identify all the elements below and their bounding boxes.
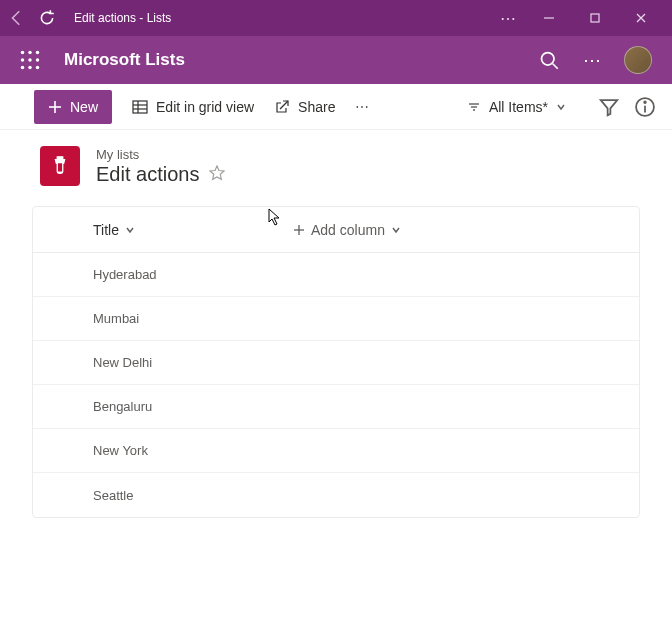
svg-point-12 — [36, 66, 40, 70]
list-header: My lists Edit actions — [0, 130, 672, 206]
mouse-cursor-icon — [268, 208, 282, 230]
share-label: Share — [298, 99, 335, 115]
svg-point-7 — [21, 58, 25, 62]
list-row[interactable]: Mumbai — [33, 297, 639, 341]
svg-point-6 — [36, 51, 40, 55]
command-overflow-icon[interactable]: ⋯ — [355, 99, 369, 115]
new-button[interactable]: New — [34, 90, 112, 124]
close-button[interactable] — [618, 0, 664, 36]
refresh-icon[interactable] — [38, 9, 56, 27]
list-title: Edit actions — [96, 163, 199, 186]
list-panel: Title Add column Hyderabad Mumbai New De… — [32, 206, 640, 518]
favorite-star-icon[interactable] — [209, 163, 225, 186]
minimize-button[interactable] — [526, 0, 572, 36]
user-avatar[interactable] — [624, 46, 652, 74]
chevron-down-icon — [125, 225, 135, 235]
chevron-down-icon — [391, 225, 401, 235]
list-row[interactable]: Hyderabad — [33, 253, 639, 297]
view-selector[interactable]: All Items* — [467, 99, 566, 115]
list-row[interactable]: Bengaluru — [33, 385, 639, 429]
search-icon[interactable] — [539, 50, 559, 70]
edit-grid-label: Edit in grid view — [156, 99, 254, 115]
row-title: Mumbai — [93, 311, 139, 326]
titlebar-overflow-icon[interactable]: ⋯ — [490, 9, 526, 28]
svg-point-8 — [28, 58, 32, 62]
app-title: Microsoft Lists — [64, 50, 539, 70]
svg-point-13 — [542, 53, 555, 66]
list-row[interactable]: New York — [33, 429, 639, 473]
row-title: Bengaluru — [93, 399, 152, 414]
row-title: Hyderabad — [93, 267, 157, 282]
back-icon[interactable] — [8, 9, 26, 27]
svg-point-4 — [21, 51, 25, 55]
maximize-button[interactable] — [572, 0, 618, 36]
filter-icon[interactable] — [598, 96, 620, 118]
svg-point-26 — [644, 101, 646, 103]
list-row[interactable]: New Delhi — [33, 341, 639, 385]
column-header-row: Title Add column — [33, 207, 639, 253]
window-title: Edit actions - Lists — [74, 11, 171, 25]
column-header-title[interactable]: Title — [93, 222, 293, 238]
svg-point-9 — [36, 58, 40, 62]
svg-rect-1 — [591, 14, 599, 22]
row-title: New Delhi — [93, 355, 152, 370]
svg-point-5 — [28, 51, 32, 55]
svg-point-11 — [28, 66, 32, 70]
new-button-label: New — [70, 99, 98, 115]
column-title-label: Title — [93, 222, 119, 238]
window-titlebar: Edit actions - Lists ⋯ — [0, 0, 672, 36]
svg-rect-17 — [133, 101, 147, 113]
svg-line-14 — [553, 64, 558, 69]
app-bar: Microsoft Lists ⋯ — [0, 36, 672, 84]
breadcrumb[interactable]: My lists — [96, 147, 225, 162]
svg-point-10 — [21, 66, 25, 70]
list-row[interactable]: Seattle — [33, 473, 639, 517]
row-title: Seattle — [93, 488, 133, 503]
share-button[interactable]: Share — [274, 99, 335, 115]
add-column-label: Add column — [311, 222, 385, 238]
add-column-button[interactable]: Add column — [293, 222, 401, 238]
app-launcher-icon[interactable] — [20, 50, 40, 70]
settings-overflow-icon[interactable]: ⋯ — [583, 49, 602, 71]
command-bar: New Edit in grid view Share ⋯ All Items* — [0, 84, 672, 130]
info-icon[interactable] — [634, 96, 656, 118]
edit-grid-button[interactable]: Edit in grid view — [132, 99, 254, 115]
row-title: New York — [93, 443, 148, 458]
svg-rect-27 — [57, 163, 63, 171]
chevron-down-icon — [556, 102, 566, 112]
list-icon — [40, 146, 80, 186]
view-selector-label: All Items* — [489, 99, 548, 115]
